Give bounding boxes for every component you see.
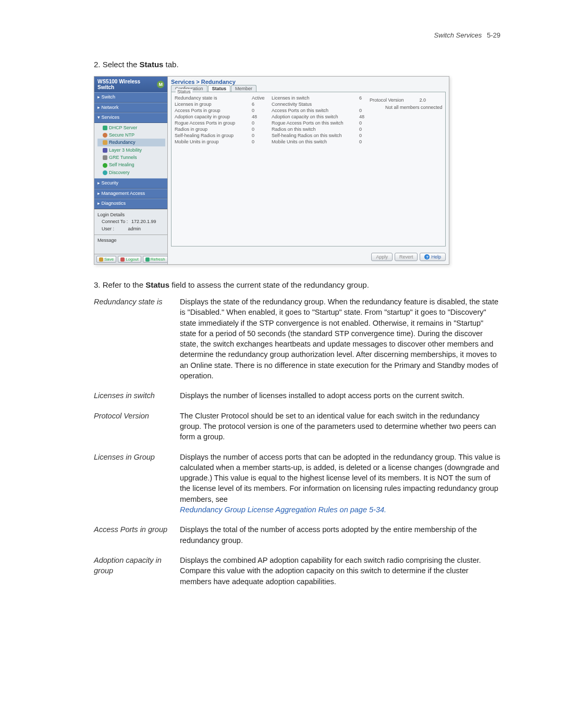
definition-row: Redundancy state isDisplays the state of…: [94, 297, 500, 381]
tree-dhcp[interactable]: DHCP Server: [97, 124, 165, 131]
definition-list: Redundancy state isDisplays the state of…: [94, 297, 500, 587]
definition-row: Licenses in switchDisplays the number of…: [94, 390, 500, 401]
panel-title: Status: [176, 89, 192, 94]
page-header: Switch Services 5-29: [94, 31, 500, 39]
status-value: Not all members connected: [385, 105, 443, 110]
refresh-button[interactable]: Refresh: [143, 256, 168, 263]
app-screenshot: WS5100 Wireless Switch M ▸ Switch ▸ Netw…: [94, 76, 449, 265]
content-area: Services > Redundancy Configuration Stat…: [168, 77, 449, 264]
tab-status[interactable]: Status: [208, 85, 231, 92]
definition-description: The Cluster Protocol should be set to an…: [180, 411, 500, 442]
server-icon: [103, 126, 107, 130]
status-panel: Status Redundancy state isActiveLicenses…: [171, 92, 446, 246]
refresh-icon: [145, 257, 150, 262]
status-label: Access Ports on this switch: [272, 108, 355, 113]
definition-row: Adoption capacity in groupDisplays the c…: [94, 555, 500, 587]
status-label: Rogue Access Ports on this switch: [272, 120, 355, 126]
tree-l3mobility[interactable]: Layer 3 Mobility: [97, 146, 165, 154]
action-bar: Apply Revert ?Help: [168, 250, 449, 264]
help-button[interactable]: ?Help: [420, 253, 446, 261]
status-label: Redundancy state is: [175, 95, 248, 101]
definition-term: Protocol Version: [94, 411, 180, 442]
nav-security[interactable]: ▸ Security: [94, 178, 167, 189]
status-value: 48: [359, 114, 411, 119]
definition-description: Displays the number of access ports that…: [180, 452, 500, 515]
status-value: Active: [252, 95, 267, 101]
status-label: Self-healing Radios in group: [175, 133, 248, 138]
section-name: Switch Services: [434, 31, 482, 39]
status-label: Mobile Units on this switch: [272, 139, 355, 144]
login-details: Login Details Connect To : 172.20.1.99 U…: [94, 209, 167, 235]
tab-member[interactable]: Member: [231, 85, 256, 92]
save-icon: [99, 257, 103, 262]
status-grid: Redundancy state isActiveLicenses in swi…: [175, 95, 442, 144]
redundancy-icon: [103, 140, 107, 145]
definition-term: Licenses in switch: [94, 390, 180, 401]
revert-button[interactable]: Revert: [395, 253, 418, 261]
status-label: Radios on this switch: [272, 127, 355, 132]
status-value: 0: [252, 133, 267, 138]
help-icon: ?: [424, 254, 430, 260]
definition-row: Access Ports in groupDisplays the total …: [94, 524, 500, 546]
definition-description: Displays the combined AP adoption capabi…: [180, 555, 500, 587]
status-label: Radios in group: [175, 127, 248, 132]
logout-button[interactable]: Logout: [118, 256, 141, 263]
status-value: 0: [359, 139, 411, 144]
nav-management[interactable]: ▸ Management Access: [94, 189, 167, 199]
definition-term: Licenses in Group: [94, 452, 180, 515]
status-value: 0: [252, 139, 267, 144]
status-value: 0: [359, 120, 411, 126]
tree-discovery[interactable]: Discovery: [97, 169, 165, 176]
nav-tree: DHCP Server Secure NTP Redundancy Layer …: [94, 123, 167, 179]
status-value: 48: [252, 114, 267, 119]
motorola-logo-icon: M: [157, 81, 164, 88]
status-label: Connectivity Status: [272, 102, 355, 107]
sidebar: WS5100 Wireless Switch M ▸ Switch ▸ Netw…: [94, 77, 168, 264]
product-title: WS5100 Wireless Switch: [97, 79, 157, 90]
mobility-icon: [103, 148, 107, 153]
status-value: 0: [252, 120, 267, 126]
status-value: 6: [252, 102, 267, 107]
status-value: 0: [252, 108, 267, 113]
status-value: 0: [359, 133, 411, 138]
heal-icon: [103, 163, 107, 168]
nav-network[interactable]: ▸ Network: [94, 103, 167, 113]
tree-gre[interactable]: GRE Tunnels: [97, 154, 165, 161]
apply-button[interactable]: Apply: [371, 253, 393, 261]
discovery-icon: [103, 170, 107, 175]
tab-bar: Configuration Status Member: [168, 85, 449, 92]
page-number: 5-29: [487, 31, 500, 39]
status-value: 0: [359, 127, 411, 132]
cross-reference-link[interactable]: Redundancy Group License Aggregation Rul…: [180, 505, 386, 514]
status-label: Adoption capacity in group: [175, 114, 248, 119]
status-value: 2.0: [420, 97, 426, 103]
status-label: Rogue Access Ports in group: [175, 120, 248, 126]
message-box: Message: [94, 235, 167, 254]
definition-term: Access Ports in group: [94, 524, 180, 546]
definition-term: Adoption capacity in group: [94, 555, 180, 587]
status-label: Access Ports in group: [175, 108, 248, 113]
status-label: Mobile Units in group: [175, 139, 248, 144]
nav-diagnostics[interactable]: ▸ Diagnostics: [94, 199, 167, 209]
definition-row: Licenses in GroupDisplays the number of …: [94, 452, 500, 515]
status-label: Self-healing Radios on this switch: [272, 133, 355, 138]
definition-term: Redundancy state is: [94, 297, 180, 381]
tree-selfheal[interactable]: Self Healing: [97, 161, 165, 168]
status-label: Licenses in switch: [272, 95, 355, 101]
definition-description: Displays the number of licenses installe…: [180, 390, 500, 401]
tree-ntp[interactable]: Secure NTP: [97, 131, 165, 139]
nav-services[interactable]: ▾ Services: [94, 113, 167, 123]
step-2: 2. Select the Status tab.: [94, 60, 500, 69]
tree-redundancy[interactable]: Redundancy: [97, 139, 165, 146]
product-title-bar: WS5100 Wireless Switch M: [94, 77, 167, 92]
logout-icon: [120, 257, 125, 262]
definition-description: Displays the state of the redundancy gro…: [180, 297, 500, 381]
step-3: 3. Refer to the Status field to assess t…: [94, 280, 500, 289]
definition-description: Displays the total of the number of acce…: [180, 524, 500, 546]
nav-switch[interactable]: ▸ Switch: [94, 92, 167, 103]
save-button[interactable]: Save: [96, 256, 116, 263]
clock-icon: [103, 133, 107, 138]
status-label: Protocol Version: [370, 97, 404, 103]
definition-row: Protocol VersionThe Cluster Protocol sho…: [94, 411, 500, 442]
breadcrumb: Services > Redundancy: [168, 77, 449, 85]
